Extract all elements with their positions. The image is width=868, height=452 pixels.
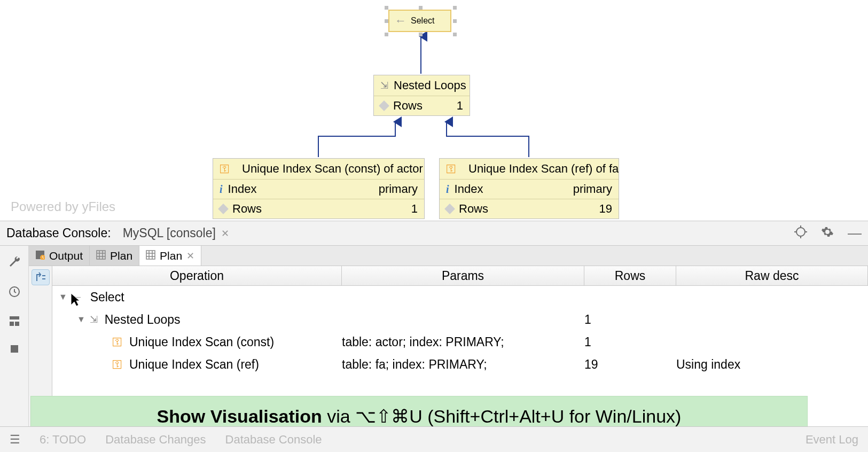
table-row[interactable]: ⚿Unique Index Scan (ref) table: fa; inde… (52, 353, 868, 376)
plan-node-nested-loops[interactable]: ⇲ Nested Loops Rows 1 (373, 75, 470, 116)
rows-label: Rows (459, 202, 488, 216)
rows-value: 1 (411, 202, 418, 216)
col-rows[interactable]: Rows (584, 266, 676, 285)
status-db-console[interactable]: Database Console (225, 433, 322, 447)
svg-rect-13 (97, 251, 105, 259)
wrench-icon[interactable] (8, 255, 21, 270)
arrow-left-icon: ← (395, 14, 406, 28)
index-label: Index (228, 182, 257, 196)
params-value: table: actor; index: PRIMARY; (342, 335, 584, 349)
plan-node-label: Unique Index Scan (ref) of fa (468, 162, 619, 176)
minimize-icon[interactable]: — (848, 225, 862, 241)
list-icon[interactable]: ☰ (10, 433, 20, 447)
console-tab[interactable]: MySQL [console] ✕ (123, 226, 229, 240)
op-label: Unique Index Scan (ref) (129, 357, 259, 372)
panel-header: Database Console: MySQL [console] ✕ — (0, 221, 868, 246)
target-icon[interactable] (794, 225, 807, 241)
gear-icon[interactable] (821, 225, 834, 241)
raw-desc-value: Using index (676, 357, 868, 372)
rows-value: 19 (599, 202, 612, 216)
col-operation[interactable]: Operation (52, 266, 342, 285)
banner-bold: Show Visualisation (157, 406, 322, 426)
table-icon (146, 250, 155, 262)
index-value: primary (573, 182, 612, 196)
key-icon: ⚿ (112, 359, 123, 371)
table-icon (96, 250, 106, 262)
close-icon[interactable]: ✕ (221, 228, 229, 239)
svg-point-1 (796, 228, 805, 236)
plan-node-label: Unique Index Scan (const) of actor (242, 162, 423, 176)
key-icon: ⚿ (220, 163, 230, 175)
svg-rect-9 (15, 322, 19, 326)
console-tab-label: MySQL [console] (123, 226, 216, 240)
col-raw-desc[interactable]: Raw desc (676, 266, 868, 285)
tab-plan-2[interactable]: Plan ✕ (139, 246, 201, 266)
key-icon: ⚿ (112, 336, 123, 348)
output-icon (35, 250, 45, 262)
svg-rect-18 (146, 251, 155, 259)
tab-label: Output (49, 250, 83, 262)
tab-output[interactable]: Output (29, 246, 90, 266)
expand-tree-button[interactable] (32, 269, 50, 285)
info-icon: i (446, 183, 449, 196)
op-label: Unique Index Scan (const) (129, 335, 274, 349)
rows-value: 1 (584, 313, 676, 327)
key-icon: ⚿ (446, 163, 457, 175)
rows-label: Rows (232, 202, 262, 216)
index-label: Index (455, 182, 483, 196)
nested-loops-icon: ⇲ (90, 314, 98, 325)
query-plan-diagram[interactable]: ← Select ⇲ Nested Loops Rows 1 ⚿ Unique … (0, 0, 868, 221)
diamond-icon (379, 100, 389, 111)
panel-title: Database Console: (6, 226, 111, 240)
subtab-bar: Output Plan Plan ✕ (29, 246, 868, 266)
layout-icon[interactable] (9, 315, 20, 329)
status-todo[interactable]: 6: TODO (40, 433, 86, 447)
op-label: Select (90, 290, 124, 305)
table-row[interactable]: ▼⇲ Nested Loops 1 (52, 308, 868, 331)
diamond-icon (218, 204, 229, 214)
rows-value: 19 (584, 357, 676, 372)
diamond-icon (444, 204, 455, 214)
col-params[interactable]: Params (342, 266, 584, 285)
rows-value: 1 (457, 99, 463, 113)
arrow-left-icon: ← (72, 290, 83, 304)
powered-by-label: Powered by yFiles (11, 199, 115, 214)
nested-loops-icon: ⇲ (380, 80, 388, 91)
chevron-down-icon[interactable]: ▼ (77, 315, 85, 324)
index-value: primary (379, 182, 418, 196)
banner-rest: via ⌥⇧⌘U (Shift+Ctrl+Alt+U for Win/Linux… (322, 406, 682, 426)
svg-rect-8 (10, 322, 14, 326)
status-event-log[interactable]: Event Log (806, 433, 858, 447)
stop-icon[interactable] (10, 344, 19, 356)
plan-node-scan-actor[interactable]: ⚿ Unique Index Scan (const) of actor iIn… (213, 158, 425, 219)
plan-node-label: Nested Loops (394, 79, 466, 92)
tab-label: Plan (160, 250, 182, 262)
table-row[interactable]: ▼← Select (52, 286, 868, 308)
plan-node-select[interactable]: ← Select (388, 10, 451, 32)
grid-header: Operation Params Rows Raw desc (52, 266, 868, 286)
chevron-down-icon[interactable]: ▼ (59, 292, 67, 302)
tool-sidebar (0, 246, 29, 426)
op-label: Nested Loops (105, 313, 181, 327)
params-value: table: fa; index: PRIMARY; (342, 357, 584, 372)
rows-label: Rows (393, 99, 423, 113)
table-row[interactable]: ⚿Unique Index Scan (const) table: actor;… (52, 331, 868, 353)
plan-node-scan-fa[interactable]: ⚿ Unique Index Scan (ref) of fa iIndex p… (439, 158, 619, 219)
history-icon[interactable] (8, 285, 21, 300)
svg-rect-7 (10, 316, 19, 319)
svg-rect-10 (11, 345, 18, 353)
plan-node-label: Select (411, 16, 434, 26)
tab-label: Plan (110, 250, 132, 262)
status-db-changes[interactable]: Database Changes (105, 433, 206, 447)
status-bar: ☰ 6: TODO Database Changes Database Cons… (0, 426, 868, 452)
rows-value: 1 (584, 335, 676, 349)
info-icon: i (220, 183, 223, 196)
tab-plan-1[interactable]: Plan (90, 246, 139, 266)
close-icon[interactable]: ✕ (186, 250, 194, 262)
